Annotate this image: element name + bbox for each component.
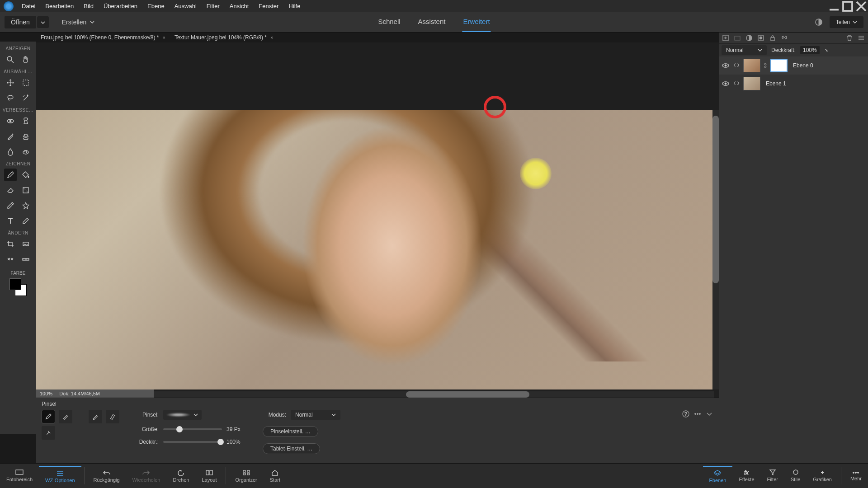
layer-blend-dropdown[interactable]: Normal: [722, 45, 767, 55]
move-tool[interactable]: [4, 76, 17, 89]
nav-graphics[interactable]: Grafiken: [807, 467, 838, 485]
recompose-tool[interactable]: [19, 238, 32, 250]
layer-row-1[interactable]: Ebene 1: [719, 75, 868, 93]
lasso-tool[interactable]: [4, 92, 17, 104]
theme-toggle-icon[interactable]: [815, 18, 823, 26]
open-button[interactable]: Öffnen: [5, 16, 36, 28]
text-tool[interactable]: [4, 215, 17, 227]
horizontal-scrollbar-thumb[interactable]: [406, 391, 529, 398]
layer-thumb-0[interactable]: [743, 59, 760, 72]
brush-variant-1[interactable]: [42, 410, 55, 423]
smart-brush-tool[interactable]: [4, 130, 17, 143]
blend-mode-dropdown[interactable]: Normal: [291, 410, 340, 420]
nav-photobin[interactable]: Fotobereich: [0, 467, 39, 485]
size-slider-thumb[interactable]: [176, 426, 183, 432]
nav-tool-options[interactable]: WZ-Optionen: [39, 466, 81, 485]
menu-window[interactable]: Fenster: [254, 0, 283, 12]
menu-help[interactable]: Hilfe: [284, 0, 305, 12]
vertical-scrollbar[interactable]: [712, 110, 719, 389]
mode-advanced[interactable]: Erweitert: [462, 12, 491, 32]
opacity-value[interactable]: 100%: [226, 439, 247, 445]
menu-filter[interactable]: Filter: [202, 0, 224, 12]
brush-variant-2[interactable]: [59, 410, 72, 423]
menu-image[interactable]: Bild: [79, 0, 98, 12]
nav-undo[interactable]: Rückgängig: [87, 467, 126, 484]
layer-opacity-value[interactable]: 100%: [800, 46, 820, 54]
foreground-color-swatch[interactable]: [9, 278, 21, 290]
layer-visibility-icon[interactable]: [722, 80, 730, 88]
layer-link-icon[interactable]: [732, 61, 741, 70]
nav-styles[interactable]: Stile: [784, 467, 807, 485]
menu-select[interactable]: Auswahl: [170, 0, 201, 12]
layer-visibility-icon[interactable]: [722, 61, 730, 70]
nav-filter[interactable]: Filter: [761, 467, 784, 485]
hand-tool[interactable]: [19, 53, 32, 66]
create-button[interactable]: Erstellen: [56, 16, 101, 28]
chevron-right-icon[interactable]: [824, 49, 829, 52]
eraser-tool[interactable]: [4, 184, 17, 197]
horizontal-scrollbar[interactable]: [154, 391, 714, 398]
sponge-tool[interactable]: [19, 145, 32, 158]
menu-file[interactable]: Datei: [17, 0, 40, 12]
doc-tab-2-close-icon[interactable]: ×: [270, 35, 273, 40]
layer-mask-thumb-0[interactable]: [770, 59, 788, 72]
nav-start[interactable]: Start: [264, 467, 287, 484]
layer-row-0[interactable]: Ebene 0: [719, 56, 868, 75]
zoom-value[interactable]: 100%: [40, 391, 52, 396]
new-group-icon[interactable]: [733, 34, 741, 42]
nav-layers[interactable]: Ebenen: [703, 466, 733, 485]
canvas[interactable]: [36, 110, 714, 389]
layer-link-icon[interactable]: [732, 80, 741, 88]
layer-mask-link-icon[interactable]: [763, 61, 768, 70]
opacity-slider-thumb[interactable]: [217, 439, 224, 445]
brush-tool[interactable]: [4, 169, 17, 181]
nav-effects[interactable]: fxEffekte: [732, 467, 760, 485]
pencil-tool[interactable]: [19, 215, 32, 227]
brush-preset-dropdown[interactable]: [163, 410, 202, 420]
maximize-button[interactable]: [841, 1, 854, 11]
layer-name-1[interactable]: Ebene 1: [766, 80, 786, 87]
crop-tool[interactable]: [4, 238, 17, 250]
color-swatch[interactable]: [7, 277, 29, 298]
tablet-settings-button[interactable]: Tablet-Einstell. …: [263, 443, 320, 454]
delete-layer-icon[interactable]: [845, 34, 854, 42]
straighten-tool[interactable]: [19, 253, 32, 266]
nav-rotate[interactable]: Drehen: [166, 467, 195, 484]
nav-more[interactable]: Mehr: [844, 469, 868, 483]
paint-bucket-tool[interactable]: [19, 169, 32, 181]
layer-thumb-1[interactable]: [743, 77, 760, 90]
layer-name-0[interactable]: Ebene 0: [793, 62, 813, 69]
doc-tab-1-close-icon[interactable]: ×: [163, 35, 165, 40]
minimize-button[interactable]: [827, 1, 841, 11]
redeye-tool[interactable]: [4, 115, 17, 127]
opacity-slider[interactable]: [163, 441, 222, 443]
brush-variant-5[interactable]: [42, 426, 55, 440]
clone-stamp-tool[interactable]: [19, 130, 32, 143]
panel-menu-icon[interactable]: [857, 34, 865, 42]
doc-tab-2[interactable]: Textur Mauer.jpeg bei 104% (RGB/8) * ×: [170, 33, 278, 42]
size-value[interactable]: 39 Px: [226, 426, 247, 432]
menu-layer[interactable]: Ebene: [143, 0, 169, 12]
mode-assistant[interactable]: Assistent: [417, 12, 447, 32]
nav-layout[interactable]: Layout: [195, 467, 223, 484]
size-slider[interactable]: [163, 428, 222, 430]
new-layer-icon[interactable]: [722, 34, 730, 42]
adjustment-layer-icon[interactable]: [745, 34, 753, 42]
lock-layer-icon[interactable]: [769, 34, 777, 42]
spot-heal-tool[interactable]: [19, 115, 32, 127]
doc-tab-1[interactable]: Frau.jpeg bei 100% (Ebene 0, Ebenenmaske…: [36, 33, 170, 42]
content-aware-tool[interactable]: [4, 253, 17, 266]
menu-enhance[interactable]: Überarbeiten: [99, 0, 142, 12]
share-button[interactable]: Teilen: [830, 16, 863, 28]
brush-variant-3[interactable]: [89, 410, 102, 423]
collapse-icon[interactable]: [705, 410, 713, 418]
nav-organizer[interactable]: Organizer: [229, 467, 263, 484]
blur-tool[interactable]: [4, 145, 17, 158]
open-dropdown[interactable]: [37, 16, 49, 28]
close-button[interactable]: [854, 1, 868, 11]
brush-settings-button[interactable]: Pinseleinstell. …: [263, 426, 318, 437]
shape-tool[interactable]: [19, 199, 32, 212]
menu-view[interactable]: Ansicht: [225, 0, 254, 12]
more-icon[interactable]: [693, 410, 702, 418]
gradient-tool[interactable]: [19, 184, 32, 197]
